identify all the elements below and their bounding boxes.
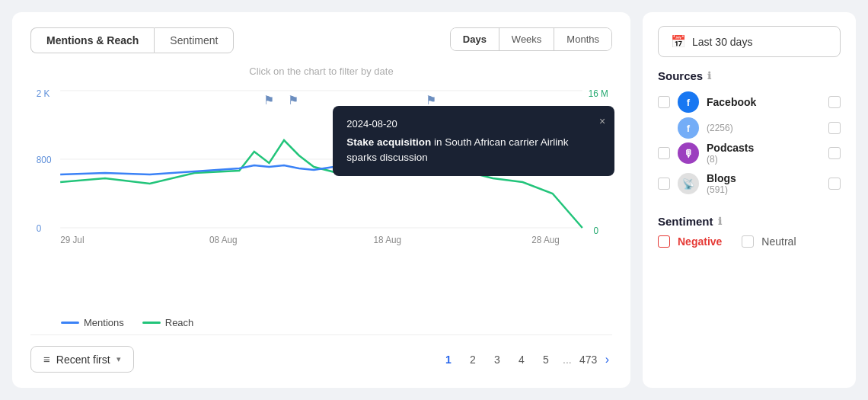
source-right-checkbox-2[interactable] <box>828 122 841 134</box>
time-btn-days[interactable]: Days <box>451 28 499 50</box>
svg-text:08 Aug: 08 Aug <box>209 235 238 245</box>
source-row-blogs: 📡 Blogs (591) <box>658 172 841 195</box>
right-panel: 📅 Last 30 days Sources ℹ f Facebook f (2… <box>643 12 856 388</box>
svg-text:28 Aug: 28 Aug <box>531 235 560 245</box>
tab-group: Mentions & Reach Sentiment <box>30 27 234 53</box>
sort-label: Recent first <box>56 354 110 366</box>
tooltip-title: Stake acquisition in South African carri… <box>346 135 601 166</box>
sentiment-section: Sentiment ℹ Negative Neutral <box>658 215 841 248</box>
page-3[interactable]: 3 <box>487 349 508 370</box>
svg-text:2 K: 2 K <box>37 88 50 99</box>
svg-text:0: 0 <box>37 223 42 234</box>
alert-flag-2[interactable]: ⚑ <box>288 94 298 107</box>
calendar-icon: 📅 <box>671 34 686 49</box>
legend-mentions-line <box>61 322 79 324</box>
sort-button[interactable]: ≡ Recent first ▾ <box>30 346 134 373</box>
page-dots: ... <box>560 354 575 366</box>
source-count-podcasts: (8) <box>707 154 754 165</box>
blogs-icon: 📡 <box>678 173 699 194</box>
source-right-checkbox-blogs[interactable] <box>828 178 841 190</box>
facebook-icon: f <box>678 91 699 113</box>
facebook-icon-2: f <box>678 117 699 139</box>
source-row-facebook-count: f (2256) <box>658 117 841 139</box>
chart-area[interactable]: 2 K 800 0 16 M 0 ⚑ ⚑ ⚑ 29 Jul 08 Aug 18 … <box>30 83 612 311</box>
tooltip-bold: Stake acquisition <box>346 136 431 148</box>
source-name-facebook: Facebook <box>707 96 756 108</box>
source-checkbox-facebook[interactable] <box>658 96 670 108</box>
svg-text:29 Jul: 29 Jul <box>60 235 84 245</box>
tab-mentions-reach[interactable]: Mentions & Reach <box>30 27 154 53</box>
svg-text:0: 0 <box>594 226 599 236</box>
sentiment-neutral-label: Neutral <box>761 235 796 248</box>
left-panel: Mentions & Reach Sentiment Days Weeks Mo… <box>12 12 630 388</box>
source-row-podcasts: 🎙 Podcasts (8) <box>658 142 841 165</box>
legend-reach-line <box>142 322 161 324</box>
sentiment-checkbox-neutral[interactable] <box>742 235 754 248</box>
bottom-bar: ≡ Recent first ▾ 1 2 3 4 5 ... 473 › <box>30 334 612 373</box>
source-row-facebook: f Facebook <box>658 91 841 113</box>
podcasts-icon: 🎙 <box>678 142 699 164</box>
chart-legend: Mentions Reach <box>30 317 612 328</box>
svg-text:800: 800 <box>37 155 52 165</box>
source-name-blogs: Blogs <box>707 172 736 184</box>
date-filter-button[interactable]: 📅 Last 30 days <box>658 26 841 57</box>
time-btn-weeks[interactable]: Weeks <box>499 28 554 50</box>
tooltip-close-button[interactable]: × <box>599 114 605 130</box>
time-filter-group: Days Weeks Months <box>450 27 612 51</box>
source-checkbox-podcasts[interactable] <box>658 147 670 159</box>
tooltip-date: 2024-08-20 <box>346 117 601 132</box>
chart-hint: Click on the chart to filter by date <box>30 66 612 77</box>
date-filter-label: Last 30 days <box>692 36 752 48</box>
sentiment-negative-label: Negative <box>678 235 722 248</box>
svg-text:18 Aug: 18 Aug <box>374 235 402 245</box>
time-btn-months[interactable]: Months <box>554 28 611 50</box>
sentiment-checkbox-negative[interactable] <box>658 235 670 248</box>
sentiment-title-text: Sentiment <box>658 215 713 228</box>
legend-mentions: Mentions <box>61 317 124 328</box>
source-count-blogs: (591) <box>707 184 736 195</box>
legend-reach: Reach <box>142 317 194 328</box>
legend-mentions-label: Mentions <box>84 317 124 328</box>
source-count-2256: (2256) <box>707 123 733 133</box>
page-next-arrow[interactable]: › <box>602 353 612 366</box>
tab-sentiment[interactable]: Sentiment <box>154 27 234 53</box>
alert-flag-3[interactable]: ⚑ <box>426 94 436 107</box>
sources-title: Sources ℹ <box>658 69 841 82</box>
alert-flag-1[interactable]: ⚑ <box>263 94 274 107</box>
sentiment-title: Sentiment ℹ <box>658 215 841 228</box>
source-checkbox-blogs[interactable] <box>658 178 670 190</box>
sentiment-info-icon[interactable]: ℹ <box>718 216 722 227</box>
page-4[interactable]: 4 <box>511 349 532 370</box>
sources-section: Sources ℹ f Facebook f (2256) 🎙 Podcasts <box>658 69 841 203</box>
legend-reach-label: Reach <box>165 317 194 328</box>
page-2[interactable]: 2 <box>462 349 483 370</box>
sources-title-text: Sources <box>658 69 703 82</box>
source-right-checkbox-facebook[interactable] <box>828 96 841 108</box>
svg-text:16 M: 16 M <box>589 88 608 99</box>
sources-info-icon[interactable]: ℹ <box>707 70 711 82</box>
source-right-checkbox-podcasts[interactable] <box>828 147 841 159</box>
sort-icon: ≡ <box>43 353 50 366</box>
pagination: 1 2 3 4 5 ... 473 › <box>438 349 612 370</box>
page-1[interactable]: 1 <box>438 349 459 370</box>
page-last[interactable]: 473 <box>578 349 599 370</box>
page-5[interactable]: 5 <box>535 349 557 370</box>
chevron-down-icon: ▾ <box>116 354 121 364</box>
sentiment-row: Negative Neutral <box>658 235 841 248</box>
chart-tooltip: × 2024-08-20 Stake acquisition in South … <box>333 106 614 176</box>
source-name-podcasts: Podcasts <box>707 142 754 154</box>
